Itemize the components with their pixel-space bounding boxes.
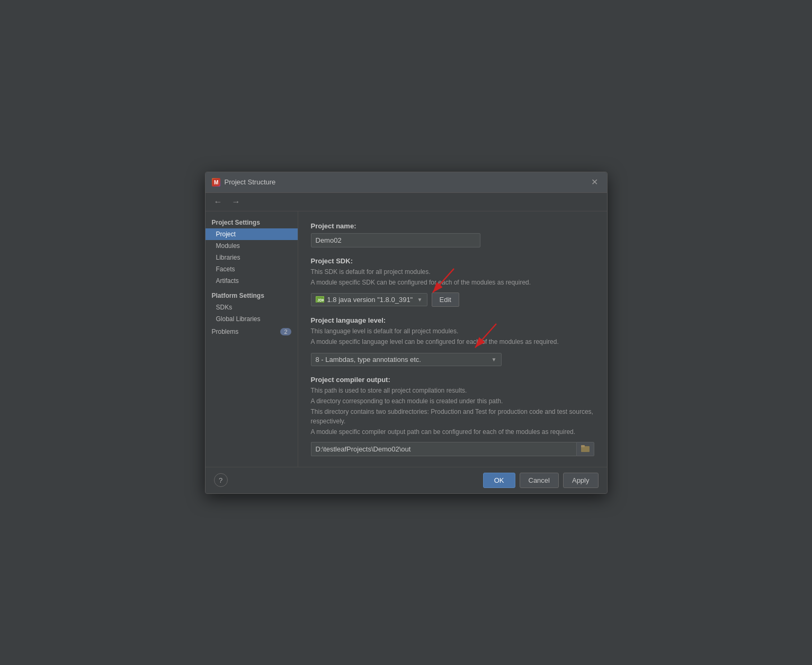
sdk-section-title: Project SDK: <box>311 257 594 265</box>
sidebar-item-libraries[interactable]: Libraries <box>206 252 298 263</box>
app-icon: M <box>212 178 220 187</box>
title-bar-left: M Project Structure <box>212 178 276 187</box>
language-dropdown[interactable]: 8 - Lambdas, type annotations etc. ▼ <box>311 353 502 366</box>
problems-badge: 2 <box>280 328 291 335</box>
compiler-output-input[interactable] <box>311 442 576 456</box>
compiler-desc1: This path is used to store all project c… <box>311 386 594 395</box>
help-button[interactable]: ? <box>214 473 228 487</box>
sdk-icon: JDK <box>316 296 324 303</box>
sidebar: Project Settings Project Modules Librari… <box>206 211 298 467</box>
platform-settings-label: Platform Settings <box>206 287 298 302</box>
folder-icon <box>581 445 590 452</box>
close-button[interactable]: ✕ <box>589 176 601 188</box>
language-desc2: A module specific language level can be … <box>311 337 594 347</box>
back-button[interactable]: ← <box>211 196 226 208</box>
project-structure-dialog: M Project Structure ✕ ← → Project Settin… <box>205 172 608 494</box>
sidebar-item-problems[interactable]: Problems 2 <box>206 325 298 339</box>
main-panel: Project name: Project SDK: This SDK is d… <box>298 211 607 467</box>
sdk-dropdown[interactable]: JDK 1.8 java version "1.8.0_391" ▼ <box>311 293 427 306</box>
svg-rect-7 <box>581 445 585 447</box>
compiler-desc3: This directory contains two subdirectori… <box>311 407 594 426</box>
apply-button[interactable]: Apply <box>563 473 599 488</box>
sdk-desc1: This SDK is default for all project modu… <box>311 267 594 277</box>
project-name-input[interactable] <box>311 233 480 247</box>
project-name-label: Project name: <box>311 222 594 230</box>
language-dropdown-arrow: ▼ <box>492 357 497 362</box>
sdk-dropdown-inner: JDK 1.8 java version "1.8.0_391" <box>316 296 413 304</box>
compiler-output-row <box>311 442 594 456</box>
sidebar-item-artifacts[interactable]: Artifacts <box>206 275 298 287</box>
compiler-desc2: A directory corresponding to each module… <box>311 396 594 406</box>
problems-label: Problems <box>212 328 239 335</box>
folder-browse-button[interactable] <box>576 442 594 456</box>
bottom-bar: ? OK Cancel Apply <box>206 467 607 493</box>
nav-bar: ← → <box>206 193 607 211</box>
sdk-value-text: 1.8 java version "1.8.0_391" <box>327 296 413 304</box>
language-value-text: 8 - Lambdas, type annotations etc. <box>316 356 421 363</box>
sdk-desc2: A module specific SDK can be configured … <box>311 278 594 287</box>
title-bar: M Project Structure ✕ <box>206 172 607 193</box>
compiler-section-title: Project compiler output: <box>311 376 594 384</box>
dialog-title: Project Structure <box>225 178 276 186</box>
svg-text:M: M <box>214 180 218 185</box>
ok-button[interactable]: OK <box>483 473 515 488</box>
sdk-row: JDK 1.8 java version "1.8.0_391" ▼ Edit <box>311 292 594 307</box>
sdk-edit-button[interactable]: Edit <box>432 292 459 307</box>
cancel-button[interactable]: Cancel <box>520 473 559 488</box>
sidebar-item-project[interactable]: Project <box>206 228 298 240</box>
language-section-title: Project language level: <box>311 316 594 324</box>
language-desc1: This language level is default for all p… <box>311 326 594 336</box>
language-dropdown-container: 8 - Lambdas, type annotations etc. ▼ <box>311 348 502 366</box>
sidebar-item-facets[interactable]: Facets <box>206 263 298 275</box>
forward-button[interactable]: → <box>229 196 244 208</box>
svg-text:JDK: JDK <box>317 298 324 302</box>
sidebar-item-global-libraries[interactable]: Global Libraries <box>206 313 298 325</box>
sdk-dropdown-arrow: ▼ <box>417 297 423 303</box>
content-area: Project Settings Project Modules Librari… <box>206 211 607 467</box>
compiler-desc4: A module specific compiler output path c… <box>311 427 594 437</box>
sidebar-item-modules[interactable]: Modules <box>206 240 298 252</box>
project-settings-label: Project Settings <box>206 216 298 228</box>
sidebar-item-sdks[interactable]: SDKs <box>206 302 298 313</box>
